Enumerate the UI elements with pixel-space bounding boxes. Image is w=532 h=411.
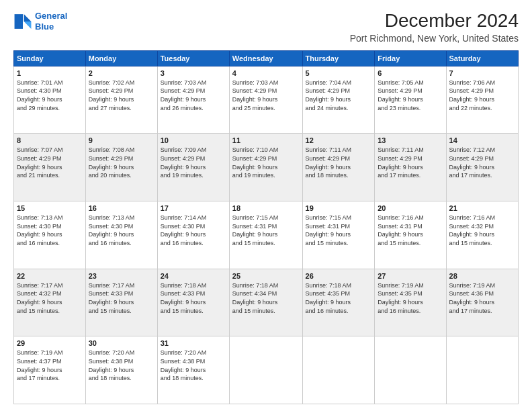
day-number: 25: [232, 272, 300, 280]
day-number: 31: [161, 339, 226, 347]
calendar-body: 1Sunrise: 7:01 AM Sunset: 4:30 PM Daylig…: [14, 66, 519, 404]
day-number: 13: [378, 136, 443, 144]
calendar-header: Sunday Monday Tuesday Wednesday Thursday…: [14, 50, 519, 66]
calendar-table: Sunday Monday Tuesday Wednesday Thursday…: [13, 50, 519, 404]
calendar-cell: 27Sunrise: 7:19 AM Sunset: 4:35 PM Dayli…: [375, 269, 446, 336]
day-info: Sunrise: 7:18 AM Sunset: 4:34 PM Dayligh…: [232, 281, 300, 315]
day-info: Sunrise: 7:13 AM Sunset: 4:30 PM Dayligh…: [89, 214, 154, 247]
header: General Blue December 2024 Port Richmond…: [13, 11, 519, 44]
day-info: Sunrise: 7:11 AM Sunset: 4:29 PM Dayligh…: [306, 146, 372, 179]
day-number: 27: [378, 272, 443, 280]
col-tuesday: Tuesday: [157, 50, 229, 66]
calendar-cell: 5Sunrise: 7:04 AM Sunset: 4:29 PM Daylig…: [302, 66, 375, 134]
day-info: Sunrise: 7:12 AM Sunset: 4:29 PM Dayligh…: [449, 146, 515, 179]
calendar-cell: 15Sunrise: 7:13 AM Sunset: 4:30 PM Dayli…: [14, 201, 86, 269]
title-block: December 2024 Port Richmond, New York, U…: [350, 11, 519, 44]
calendar-cell: 9Sunrise: 7:08 AM Sunset: 4:29 PM Daylig…: [85, 134, 157, 201]
day-info: Sunrise: 7:13 AM Sunset: 4:30 PM Dayligh…: [17, 214, 83, 247]
day-number: 9: [89, 136, 154, 144]
day-number: 4: [232, 69, 300, 77]
day-info: Sunrise: 7:18 AM Sunset: 4:33 PM Dayligh…: [161, 281, 226, 315]
col-friday: Friday: [375, 50, 446, 66]
calendar-cell: 24Sunrise: 7:18 AM Sunset: 4:33 PM Dayli…: [157, 269, 229, 336]
day-info: Sunrise: 7:20 AM Sunset: 4:38 PM Dayligh…: [161, 349, 226, 382]
calendar-cell: 12Sunrise: 7:11 AM Sunset: 4:29 PM Dayli…: [302, 134, 375, 201]
calendar-cell: 8Sunrise: 7:07 AM Sunset: 4:29 PM Daylig…: [14, 134, 86, 201]
calendar-cell: [229, 336, 302, 404]
day-info: Sunrise: 7:15 AM Sunset: 4:31 PM Dayligh…: [306, 214, 372, 247]
day-number: 3: [161, 69, 226, 77]
day-info: Sunrise: 7:20 AM Sunset: 4:38 PM Dayligh…: [89, 349, 154, 382]
day-info: Sunrise: 7:08 AM Sunset: 4:29 PM Dayligh…: [89, 146, 154, 179]
day-number: 21: [449, 204, 515, 212]
calendar-cell: 7Sunrise: 7:06 AM Sunset: 4:29 PM Daylig…: [446, 66, 518, 134]
day-number: 24: [161, 272, 226, 280]
day-info: Sunrise: 7:02 AM Sunset: 4:29 PM Dayligh…: [89, 79, 154, 112]
day-info: Sunrise: 7:17 AM Sunset: 4:33 PM Dayligh…: [89, 281, 154, 315]
col-saturday: Saturday: [446, 50, 518, 66]
day-number: 8: [17, 136, 83, 144]
calendar-week-5: 29Sunrise: 7:19 AM Sunset: 4:37 PM Dayli…: [14, 336, 519, 404]
day-number: 16: [89, 204, 154, 212]
logo-line1: General: [35, 11, 67, 21]
col-sunday: Sunday: [14, 50, 86, 66]
logo-line2: Blue: [35, 21, 54, 32]
calendar-cell: 14Sunrise: 7:12 AM Sunset: 4:29 PM Dayli…: [446, 134, 518, 201]
day-number: 20: [378, 204, 443, 212]
day-number: 1: [17, 69, 83, 77]
calendar-cell: 11Sunrise: 7:10 AM Sunset: 4:29 PM Dayli…: [229, 134, 302, 201]
calendar-cell: 25Sunrise: 7:18 AM Sunset: 4:34 PM Dayli…: [229, 269, 302, 336]
calendar-cell: 21Sunrise: 7:16 AM Sunset: 4:32 PM Dayli…: [446, 201, 518, 269]
logo: General Blue: [13, 11, 67, 32]
day-info: Sunrise: 7:14 AM Sunset: 4:30 PM Dayligh…: [161, 214, 226, 247]
day-info: Sunrise: 7:15 AM Sunset: 4:31 PM Dayligh…: [232, 214, 300, 247]
calendar-cell: 17Sunrise: 7:14 AM Sunset: 4:30 PM Dayli…: [157, 201, 229, 269]
day-number: 14: [449, 136, 515, 144]
day-number: 19: [306, 204, 372, 212]
day-number: 23: [89, 272, 154, 280]
day-info: Sunrise: 7:16 AM Sunset: 4:32 PM Dayligh…: [449, 214, 515, 247]
day-info: Sunrise: 7:03 AM Sunset: 4:29 PM Dayligh…: [161, 79, 226, 112]
day-number: 11: [232, 136, 300, 144]
svg-rect-3: [15, 14, 23, 29]
subtitle: Port Richmond, New York, United States: [350, 33, 519, 44]
day-info: Sunrise: 7:16 AM Sunset: 4:31 PM Dayligh…: [378, 214, 443, 247]
col-thursday: Thursday: [302, 50, 375, 66]
day-info: Sunrise: 7:01 AM Sunset: 4:30 PM Dayligh…: [17, 79, 83, 112]
day-info: Sunrise: 7:06 AM Sunset: 4:29 PM Dayligh…: [449, 79, 515, 112]
day-info: Sunrise: 7:19 AM Sunset: 4:36 PM Dayligh…: [449, 281, 515, 315]
calendar-cell: 20Sunrise: 7:16 AM Sunset: 4:31 PM Dayli…: [375, 201, 446, 269]
calendar-cell: 1Sunrise: 7:01 AM Sunset: 4:30 PM Daylig…: [14, 66, 86, 134]
day-info: Sunrise: 7:03 AM Sunset: 4:29 PM Dayligh…: [232, 79, 300, 112]
day-number: 2: [89, 69, 154, 77]
calendar-cell: 2Sunrise: 7:02 AM Sunset: 4:29 PM Daylig…: [85, 66, 157, 134]
logo-text: General Blue: [35, 11, 67, 32]
calendar-week-2: 8Sunrise: 7:07 AM Sunset: 4:29 PM Daylig…: [14, 134, 519, 201]
calendar-cell: 3Sunrise: 7:03 AM Sunset: 4:29 PM Daylig…: [157, 66, 229, 134]
day-info: Sunrise: 7:11 AM Sunset: 4:29 PM Dayligh…: [378, 146, 443, 179]
day-number: 17: [161, 204, 226, 212]
calendar-cell: 30Sunrise: 7:20 AM Sunset: 4:38 PM Dayli…: [85, 336, 157, 404]
day-number: 10: [161, 136, 226, 144]
day-number: 22: [17, 272, 83, 280]
calendar-cell: 4Sunrise: 7:03 AM Sunset: 4:29 PM Daylig…: [229, 66, 302, 134]
calendar-cell: [446, 336, 518, 404]
day-info: Sunrise: 7:19 AM Sunset: 4:35 PM Dayligh…: [378, 281, 443, 315]
day-info: Sunrise: 7:17 AM Sunset: 4:32 PM Dayligh…: [17, 281, 83, 315]
col-wednesday: Wednesday: [229, 50, 302, 66]
day-number: 29: [17, 339, 83, 347]
calendar-cell: 10Sunrise: 7:09 AM Sunset: 4:29 PM Dayli…: [157, 134, 229, 201]
day-info: Sunrise: 7:19 AM Sunset: 4:37 PM Dayligh…: [17, 349, 83, 382]
day-number: 30: [89, 339, 154, 347]
calendar-cell: 13Sunrise: 7:11 AM Sunset: 4:29 PM Dayli…: [375, 134, 446, 201]
calendar-week-1: 1Sunrise: 7:01 AM Sunset: 4:30 PM Daylig…: [14, 66, 519, 134]
day-number: 6: [378, 69, 443, 77]
calendar-cell: 18Sunrise: 7:15 AM Sunset: 4:31 PM Dayli…: [229, 201, 302, 269]
day-info: Sunrise: 7:10 AM Sunset: 4:29 PM Dayligh…: [232, 146, 300, 179]
day-info: Sunrise: 7:04 AM Sunset: 4:29 PM Dayligh…: [306, 79, 372, 112]
calendar-cell: 6Sunrise: 7:05 AM Sunset: 4:29 PM Daylig…: [375, 66, 446, 134]
calendar-cell: 26Sunrise: 7:18 AM Sunset: 4:35 PM Dayli…: [302, 269, 375, 336]
calendar-week-4: 22Sunrise: 7:17 AM Sunset: 4:32 PM Dayli…: [14, 269, 519, 336]
col-monday: Monday: [85, 50, 157, 66]
day-info: Sunrise: 7:07 AM Sunset: 4:29 PM Dayligh…: [17, 146, 83, 179]
